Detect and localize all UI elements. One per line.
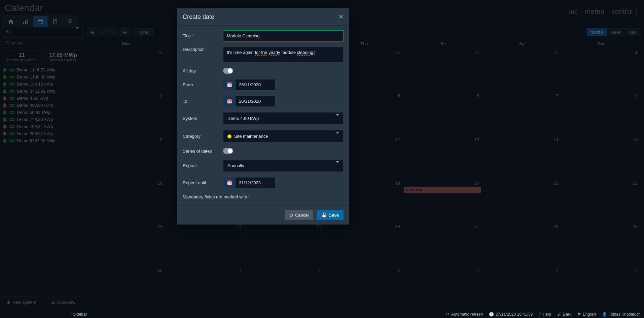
cancel-label: Cancel [295,213,309,218]
flag-icon: ⚑ [577,312,581,317]
refresh-icon: ⟳ [446,312,450,317]
modal-title: Create date [183,13,214,21]
create-date-modal: Create date ✕ Title * Description It's t… [177,8,349,225]
category-select[interactable]: Site maintenance [223,130,344,142]
repeat-label: Repeat [183,163,223,168]
chevron-left-icon: ‹ [71,312,72,317]
save-icon: 💾 [321,213,327,218]
description-label: Description [183,47,223,52]
close-icon: ✕ [338,13,344,20]
calendar-icon: 📅 [227,180,232,185]
to-date-input[interactable]: 26/11/2020 [235,96,276,107]
until-date-picker-button[interactable]: 📅 [223,177,235,188]
save-button[interactable]: 💾 Save [317,210,344,220]
from-date-input[interactable]: 26/11/2020 [235,79,276,90]
save-label: Save [329,213,339,218]
to-date-picker-button[interactable]: 📅 [223,96,235,107]
from-date-picker-button[interactable]: 📅 [223,79,235,90]
language-select[interactable]: ⚑ English [577,312,596,317]
allday-label: All day [183,68,223,73]
mandatory-note: Mandatory fields are marked with *. [183,194,344,203]
sidebar-toggle[interactable]: ‹ Sidebar [71,312,87,317]
system-value: Demo 4.90 kWp [227,116,259,121]
category-dot-icon [227,134,231,138]
sidebar-toggle-label: Sidebar [73,312,87,317]
theme-toggle[interactable]: 🖌 Dark [557,312,571,317]
system-label: System [183,116,223,121]
clock-icon: 🕓 [489,312,494,317]
repeat-select[interactable]: Annually [223,159,344,172]
close-button[interactable]: ✕ [338,13,344,21]
category-label: Category [183,134,223,139]
help-link[interactable]: ? Help [539,312,551,317]
chevron-down-icon [336,116,339,121]
cancel-icon: ⊘ [289,213,293,218]
category-value: Site maintenance [234,134,268,139]
datetime-status: 🕓 27/11/2020 16:41:39 [489,312,533,317]
allday-toggle[interactable] [223,68,233,74]
user-menu[interactable]: 👤 Tobias Knoblauch [602,312,641,317]
auto-refresh-status[interactable]: ⟳ Automatic refresh [446,312,483,317]
chevron-down-icon [336,134,339,139]
calendar-icon: 📅 [227,99,232,104]
to-label: To [183,99,223,104]
title-label: Title * [183,33,223,38]
until-date-input[interactable]: 31/12/2023 [235,177,276,188]
chevron-down-icon [336,163,339,168]
description-input[interactable]: It's time again for the yearly module cl… [223,47,344,62]
series-toggle[interactable] [223,148,233,154]
cancel-button[interactable]: ⊘ Cancel [285,210,313,220]
series-label: Series of dates [183,149,223,154]
system-select[interactable]: Demo 4.90 kWp [223,112,344,125]
repeat-value: Annually [227,163,244,168]
from-label: From [183,82,223,87]
help-icon: ? [539,312,541,317]
brush-icon: 🖌 [557,312,561,317]
user-icon: 👤 [602,312,607,317]
title-input[interactable] [223,30,344,41]
calendar-icon: 📅 [227,82,232,87]
repeat-until-label: Repeat until: [183,180,223,185]
